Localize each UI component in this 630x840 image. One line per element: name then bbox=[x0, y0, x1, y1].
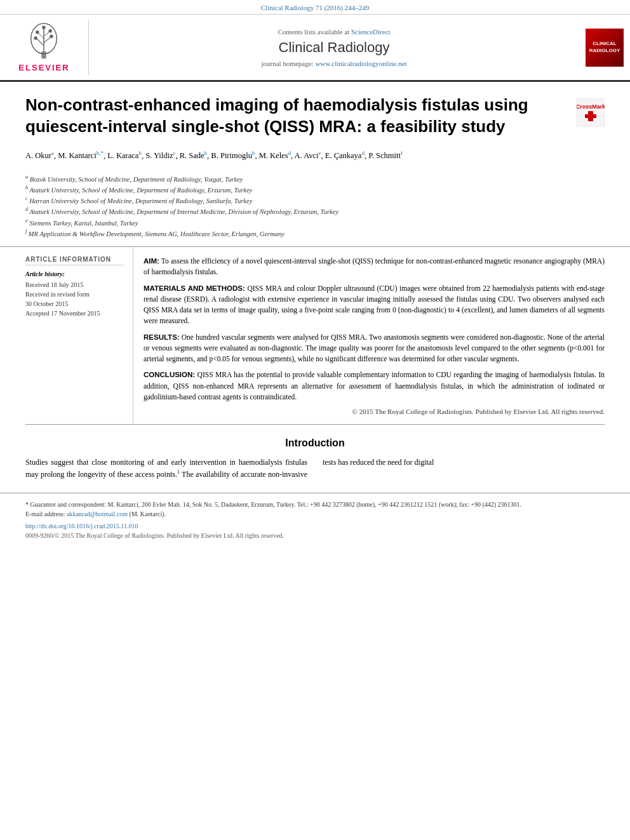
elsevier-brand-text: ELSEVIER bbox=[18, 63, 69, 72]
results-label: RESULTS: bbox=[144, 333, 180, 341]
svg-point-9 bbox=[36, 30, 40, 34]
abstract-methods: MATERIALS AND METHODS: QISS MRA and colo… bbox=[144, 283, 605, 327]
affiliation-b: b Ataturk University, School of Medicine… bbox=[25, 184, 605, 195]
svg-point-10 bbox=[49, 29, 53, 33]
article-info-heading: ARTICLE INFORMATION bbox=[25, 256, 124, 265]
body-section: ARTICLE INFORMATION Article history: Rec… bbox=[0, 247, 630, 424]
svg-rect-0 bbox=[42, 51, 46, 58]
author-cankaya: E. Çankayad bbox=[325, 151, 365, 160]
svg-line-4 bbox=[44, 37, 51, 43]
guarantor-footnote: * Guarantor and correspondent: M. Kantar… bbox=[25, 500, 605, 509]
citation-bar: Clinical Radiology 71 (2016) 244–249 bbox=[0, 0, 630, 15]
aim-text: To assess the efficiency of a novel quie… bbox=[144, 257, 605, 276]
left-column: ARTICLE INFORMATION Article history: Rec… bbox=[0, 247, 133, 424]
conclusion-text: QISS MRA has the potential to provide va… bbox=[144, 371, 605, 401]
journal-name: Clinical Radiology bbox=[279, 39, 390, 56]
accepted-date: Accepted 17 November 2015 bbox=[25, 309, 124, 318]
introduction-text: Studies suggest that close monitoring of… bbox=[25, 457, 605, 480]
issn-line: 0009-9260/© 2015 The Royal College of Ra… bbox=[0, 531, 630, 543]
svg-text:CrossMark: CrossMark bbox=[577, 103, 605, 110]
doi-line[interactable]: http://dx.doi.org/10.1016/j.crad.2015.11… bbox=[0, 521, 630, 531]
author-keles: M. Kelesd bbox=[259, 151, 291, 160]
conclusion-label: CONCLUSION: bbox=[144, 371, 195, 378]
svg-line-5 bbox=[38, 33, 44, 39]
sciencedirect-link[interactable]: ScienceDirect bbox=[351, 28, 391, 36]
copyright-line: © 2015 The Royal College of Radiologists… bbox=[144, 408, 605, 415]
svg-rect-15 bbox=[585, 114, 596, 118]
introduction-heading: Introduction bbox=[25, 437, 605, 449]
abstract-column: AIM: To assess the efficiency of a novel… bbox=[133, 247, 630, 424]
elsevier-tree-icon bbox=[18, 22, 69, 60]
email-link[interactable]: akkanrad@hotmail.com bbox=[67, 510, 128, 517]
abstract-conclusion: CONCLUSION: QISS MRA has the potential t… bbox=[144, 370, 605, 403]
affiliation-a: a Bozok University, School of Medicine, … bbox=[25, 173, 605, 184]
author-sade: R. Sadeb bbox=[180, 151, 207, 160]
svg-point-7 bbox=[34, 36, 38, 40]
title-section: Non-contrast-enhanced imaging of haemodi… bbox=[0, 82, 630, 147]
email-label: E-mail address: bbox=[25, 510, 67, 517]
sciencedirect-line: Contents lists available at ScienceDirec… bbox=[278, 28, 390, 36]
email-suffix: (M. Kantarci). bbox=[130, 510, 166, 517]
journal-header: ELSEVIER Contents lists available at Sci… bbox=[0, 15, 630, 82]
author-okur: A. Okura bbox=[25, 151, 54, 160]
aim-label: AIM: bbox=[144, 257, 159, 265]
affiliation-d: d Ataturk University, School of Medicine… bbox=[25, 206, 605, 217]
received-date: Received 18 July 2015 bbox=[25, 280, 124, 290]
journal-header-center: Contents lists available at ScienceDirec… bbox=[89, 20, 579, 75]
svg-line-3 bbox=[37, 39, 44, 46]
footnotes-section: * Guarantor and correspondent: M. Kantar… bbox=[0, 493, 630, 521]
author-yildiz: S. Yildizc bbox=[145, 151, 175, 160]
svg-line-6 bbox=[44, 32, 50, 36]
author-pirimoglu: B. Pirimoglub bbox=[211, 151, 255, 160]
journal-logo-right: CLINICALRADIOLOGY bbox=[579, 20, 630, 75]
abstract-results: RESULTS: One hundred vascular segments w… bbox=[144, 332, 605, 365]
revised-date: 30 October 2015 bbox=[25, 299, 124, 309]
affiliations-section: a Bozok University, School of Medicine, … bbox=[0, 170, 630, 248]
affiliation-c: c Harran University School of Medicine, … bbox=[25, 195, 605, 206]
affiliation-f: f MR Application & Workflow Development,… bbox=[25, 228, 605, 239]
received-revised-label: Received in revised form bbox=[25, 290, 124, 299]
author-karaca: L. Karacab bbox=[107, 151, 142, 160]
journal-homepage-link[interactable]: www.clinicalradiologyonline.net bbox=[315, 60, 406, 67]
svg-point-8 bbox=[50, 34, 54, 38]
introduction-section: Introduction Studies suggest that close … bbox=[0, 425, 630, 480]
doi-link[interactable]: http://dx.doi.org/10.1016/j.crad.2015.11… bbox=[25, 523, 138, 530]
article-title: Non-contrast-enhanced imaging of haemodi… bbox=[25, 95, 570, 138]
affiliation-e: e Siemens Turkey, Kartal, Istanbul, Turk… bbox=[25, 217, 605, 228]
methods-label: MATERIALS AND METHODS: bbox=[144, 284, 245, 292]
svg-point-11 bbox=[43, 26, 46, 30]
elsevier-logo: ELSEVIER bbox=[18, 22, 69, 72]
elsevier-logo-section: ELSEVIER bbox=[0, 20, 89, 75]
author-schmitt: P. Schmittf bbox=[368, 151, 403, 160]
authors-section: A. Okura, M. Kantarcib,*, L. Karacab, S.… bbox=[0, 147, 630, 170]
crossmark-badge[interactable]: CrossMark bbox=[577, 98, 605, 126]
clinical-radiology-logo: CLINICALRADIOLOGY bbox=[586, 29, 624, 67]
author-kantarci: M. Kantarcib,* bbox=[58, 151, 104, 160]
email-footnote: E-mail address: akkanrad@hotmail.com (M.… bbox=[25, 509, 605, 519]
results-text: One hundred vascular segments were analy… bbox=[144, 333, 605, 363]
author-avci: A. Avcie bbox=[295, 151, 321, 160]
article-history-heading: Article history: bbox=[25, 270, 124, 277]
journal-homepage-line: journal homepage: www.clinicalradiologyo… bbox=[261, 60, 406, 67]
authors-line: A. Okura, M. Kantarcib,*, L. Karacab, S.… bbox=[25, 149, 605, 162]
abstract-aim: AIM: To assess the efficiency of a novel… bbox=[144, 256, 605, 278]
